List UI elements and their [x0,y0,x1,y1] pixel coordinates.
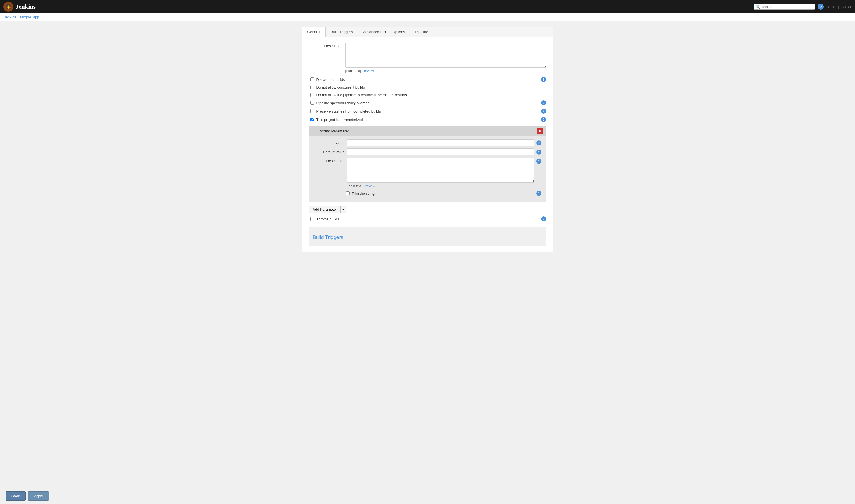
breadcrumb-project[interactable]: sample_app [19,15,39,19]
param-default-field: kubernetes [347,148,534,156]
drag-line-1 [313,129,317,130]
pipeline-speed-checkbox[interactable] [310,101,314,105]
param-preview-link[interactable]: Preview [363,184,375,188]
checkbox-discard-old-builds: Discard old builds ? [309,76,546,83]
build-triggers-section: Build Triggers [309,227,546,246]
preserve-stashes-label: Preserve stashes from completed builds [316,109,539,113]
drag-line-3 [313,132,317,132]
trim-string-label: Trim the string [352,192,534,196]
tabs: General Build Triggers Advanced Project … [302,27,553,37]
param-name-help[interactable]: ? [536,140,541,145]
checkbox-no-concurrent: Do not allow concurrent builds [309,85,546,90]
build-triggers-heading: Build Triggers [313,235,542,240]
param-description-label: Description [314,158,345,163]
description-row: Description [Plain text] Preview [309,43,546,73]
tab-pipeline[interactable]: Pipeline [411,27,434,37]
param-name-row: Name CLOUD ? [314,139,541,146]
preserve-stashes-checkbox[interactable] [310,109,314,113]
breadcrumb-chevron-1: › [17,16,18,19]
description-preview-link[interactable]: Preview [362,69,374,73]
pipe-separator: | [838,5,839,9]
parameterized-help[interactable]: ? [541,117,546,122]
logo-avatar: 🧔 [3,2,13,12]
param-description-help[interactable]: ? [536,159,541,164]
checkbox-no-resume: Do not allow the pipeline to resume if t… [309,92,546,97]
trim-string-help[interactable]: ? [536,191,541,196]
search-input[interactable] [761,5,812,9]
admin-link[interactable]: admin [826,5,836,9]
logout-link[interactable]: log out [841,5,852,9]
logo-text: Jenkins [16,3,36,10]
main-content: General Build Triggers Advanced Project … [0,21,855,258]
no-concurrent-builds-checkbox[interactable] [310,86,314,89]
breadcrumb: Jenkins › sample_app › [0,13,855,21]
string-parameter-title: String Parameter [320,129,535,133]
param-default-row: Default Value kubernetes ? [314,148,541,156]
tab-advanced-project-options[interactable]: Advanced Project Options [358,27,410,37]
checkbox-parameterized: This project is parameterized ? [309,116,546,123]
add-parameter-button[interactable]: Add Parameter [309,205,341,213]
preserve-stashes-help[interactable]: ? [541,109,546,114]
search-area[interactable]: 🔍 [753,4,815,10]
add-parameter-dropdown-button[interactable]: ▾ [341,206,346,213]
param-plain-text-label: [Plain text] [347,184,362,188]
discard-old-builds-checkbox[interactable] [310,77,314,82]
discard-old-builds-label: Discard old builds [316,77,539,82]
checkbox-preserve-stashes: Preserve stashes from completed builds ? [309,108,546,114]
header-help-button[interactable]: ? [818,4,824,10]
param-plain-text-note: [Plain text] Preview [347,184,534,188]
search-icon: 🔍 [755,4,760,9]
param-name-input[interactable]: CLOUD [347,139,534,146]
string-parameter-block: String Parameter X Name CLOUD ? [309,126,546,202]
parameterized-checkbox[interactable] [310,118,314,122]
param-default-input[interactable]: kubernetes [347,148,534,156]
header: 🧔 Jenkins 🔍 ? admin | log out [0,0,855,13]
pipeline-speed-label: Pipeline speed/durability override [316,101,539,105]
trim-string-row: Trim the string ? [345,190,541,196]
param-description-field: [Plain text] Preview [347,158,534,188]
drag-handle[interactable] [312,129,318,133]
no-concurrent-builds-label: Do not allow concurrent builds [316,85,546,89]
form-content: Description [Plain text] Preview Discard… [302,37,553,252]
description-field: [Plain text] Preview [345,43,546,73]
throttle-builds-label: Throttle builds [316,217,539,221]
trim-string-checkbox[interactable] [346,192,350,195]
description-textarea[interactable] [345,43,546,68]
param-block-body: Name CLOUD ? Default Value kubernetes [310,136,546,202]
param-default-label: Default Value [314,150,345,154]
param-name-field: CLOUD [347,139,534,146]
plain-text-label: [Plain text] [345,69,361,73]
param-block-header: String Parameter X [310,126,546,136]
no-resume-pipeline-checkbox[interactable] [310,93,314,97]
jenkins-logo[interactable]: 🧔 Jenkins [3,2,36,12]
param-default-help[interactable]: ? [536,150,541,155]
checkbox-pipeline-speed: Pipeline speed/durability override ? [309,100,546,106]
param-description-row: Description [Plain text] Preview ? [314,158,541,188]
param-name-label: Name [314,141,345,145]
user-links: admin | log out [826,5,852,9]
throttle-builds-help[interactable]: ? [541,216,546,221]
string-parameter-close-button[interactable]: X [537,128,543,134]
discard-old-builds-help[interactable]: ? [541,77,546,82]
breadcrumb-root[interactable]: Jenkins [4,15,16,19]
config-panel: General Build Triggers Advanced Project … [302,27,553,252]
checkbox-throttle: Throttle builds ? [309,216,546,222]
breadcrumb-chevron-2: › [40,16,41,19]
parameterized-label: This project is parameterized [316,118,539,122]
tab-general[interactable]: General [302,27,326,37]
tab-build-triggers[interactable]: Build Triggers [326,27,358,37]
description-plain-text-note: [Plain text] Preview [345,69,546,73]
no-resume-pipeline-label: Do not allow the pipeline to resume if t… [316,93,546,97]
drag-line-2 [313,131,317,131]
pipeline-speed-help[interactable]: ? [541,100,546,105]
description-label: Description [309,43,343,48]
param-description-textarea[interactable] [347,158,534,183]
add-parameter-group: Add Parameter ▾ [309,205,546,213]
throttle-builds-checkbox[interactable] [310,217,314,221]
